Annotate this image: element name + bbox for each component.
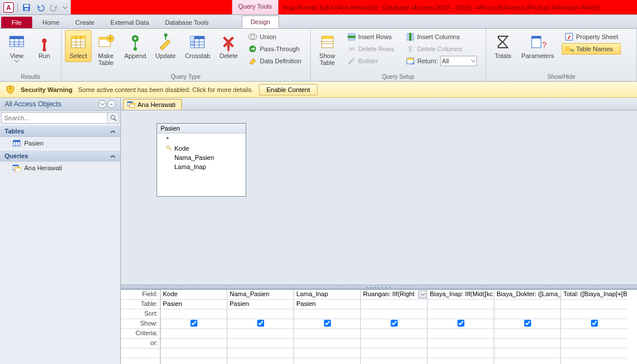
- field-kode[interactable]: Kode: [161, 144, 242, 153]
- parameters-button[interactable]: ? Parameters: [517, 30, 558, 62]
- pane-splitter[interactable]: • • • • • • •: [121, 285, 637, 289]
- grid-cell[interactable]: [227, 348, 293, 358]
- grid-cell[interactable]: Pasien: [227, 300, 293, 309]
- grid-cell[interactable]: Ruangan: IIf(Right: [361, 290, 427, 300]
- grid-cell[interactable]: [561, 319, 627, 329]
- grid-cell[interactable]: [361, 348, 427, 358]
- show-checkbox[interactable]: [324, 320, 331, 327]
- grid-cell[interactable]: [428, 348, 494, 358]
- grid-cell[interactable]: Biaya_Inap: IIf(Mid([kc: [428, 290, 494, 300]
- grid-cell[interactable]: [361, 309, 427, 319]
- grid-cell[interactable]: [494, 329, 560, 339]
- pass-through-button[interactable]: Pass-Through: [245, 43, 304, 55]
- grid-cell[interactable]: [227, 339, 293, 348]
- grid-cell[interactable]: [561, 300, 627, 309]
- document-tab-ana-herawati[interactable]: Ana Herawati: [123, 99, 182, 110]
- grid-cell[interactable]: [161, 319, 227, 329]
- show-checkbox[interactable]: [591, 320, 598, 327]
- show-checkbox[interactable]: [257, 320, 264, 327]
- tab-design[interactable]: Design: [242, 16, 279, 28]
- grid-cell[interactable]: [227, 309, 293, 319]
- grid-cell[interactable]: [561, 329, 627, 339]
- grid-cell[interactable]: [361, 329, 427, 339]
- search-input[interactable]: [1, 112, 108, 124]
- grid-cell[interactable]: [161, 329, 227, 339]
- grid-cell[interactable]: Total: ([Biaya_Inap]+[B: [561, 290, 627, 300]
- data-definition-button[interactable]: Data Definition: [245, 55, 304, 67]
- grid-cell[interactable]: [361, 319, 427, 329]
- grid-cell[interactable]: Biaya_Dokter: ([Lama_: [494, 290, 560, 300]
- nav-filter-button[interactable]: [98, 100, 106, 108]
- grid-cell[interactable]: [227, 329, 293, 339]
- grid-cell[interactable]: [494, 300, 560, 309]
- redo-button[interactable]: [48, 2, 60, 13]
- grid-cell[interactable]: [428, 339, 494, 348]
- grid-cell[interactable]: [361, 300, 427, 309]
- grid-cell[interactable]: Pasien: [161, 300, 227, 309]
- nav-pane-header[interactable]: All Access Objects «: [0, 98, 120, 111]
- field-nama-pasien[interactable]: Nama_Pasien: [161, 153, 242, 162]
- nav-item-table-pasien[interactable]: Pasien: [0, 137, 120, 150]
- tab-home[interactable]: Home: [35, 17, 67, 28]
- append-button[interactable]: Append: [120, 30, 150, 62]
- grid-cell[interactable]: [294, 309, 360, 319]
- show-checkbox[interactable]: [457, 320, 464, 327]
- table-names-button[interactable]: xyz Table Names: [562, 43, 621, 55]
- table-field-list-pasien[interactable]: Pasien * Kode Nama_Pasien Lama_Inap: [157, 123, 246, 197]
- grid-cell[interactable]: [227, 319, 293, 329]
- qat-customize-button[interactable]: [62, 2, 68, 13]
- nav-group-tables[interactable]: Tables ︽: [0, 125, 120, 137]
- grid-cell[interactable]: [494, 348, 560, 358]
- app-menu-button[interactable]: A: [2, 2, 15, 13]
- undo-button[interactable]: [34, 2, 47, 13]
- grid-cell[interactable]: Pasien: [294, 300, 360, 309]
- insert-rows-button[interactable]: Insert Rows: [344, 31, 397, 43]
- grid-cell[interactable]: [294, 319, 360, 329]
- return-control[interactable]: Return: All: [403, 55, 480, 67]
- grid-cell[interactable]: [428, 309, 494, 319]
- grid-cell[interactable]: Kode: [161, 290, 227, 300]
- grid-cell[interactable]: [294, 339, 360, 348]
- return-combo[interactable]: All: [440, 56, 477, 66]
- query-design-canvas[interactable]: Pasien * Kode Nama_Pasien Lama_Inap: [121, 110, 637, 285]
- enable-content-button[interactable]: Enable Content: [259, 84, 318, 95]
- field-lama-inap[interactable]: Lama_Inap: [161, 162, 242, 171]
- run-button[interactable]: Run: [31, 30, 58, 62]
- grid-cell[interactable]: [494, 319, 560, 329]
- grid-cell[interactable]: Nama_Pasien: [227, 290, 293, 300]
- save-button[interactable]: [20, 2, 33, 13]
- insert-columns-button[interactable]: Insert Columns: [403, 31, 480, 43]
- show-table-button[interactable]: Show Table: [314, 30, 341, 69]
- grid-cell[interactable]: [561, 309, 627, 319]
- nav-group-queries[interactable]: Queries ︽: [0, 150, 120, 162]
- tab-create[interactable]: Create: [67, 17, 102, 28]
- union-button[interactable]: Union: [245, 31, 304, 43]
- grid-cell[interactable]: Lama_Inap: [294, 290, 360, 300]
- tab-file[interactable]: File: [1, 17, 32, 28]
- show-checkbox[interactable]: [524, 320, 531, 327]
- nav-collapse-button[interactable]: «: [108, 100, 116, 108]
- grid-cell[interactable]: [428, 300, 494, 309]
- grid-cell[interactable]: [161, 339, 227, 348]
- dropdown-button[interactable]: [418, 290, 426, 298]
- grid-cell[interactable]: [161, 309, 227, 319]
- grid-cell[interactable]: [494, 339, 560, 348]
- property-sheet-button[interactable]: Property Sheet: [562, 31, 621, 43]
- field-all[interactable]: *: [161, 135, 242, 144]
- totals-button[interactable]: Totals: [490, 30, 516, 62]
- grid-cell[interactable]: [561, 348, 627, 358]
- show-checkbox[interactable]: [190, 320, 197, 327]
- view-button[interactable]: View: [3, 30, 30, 66]
- crosstab-button[interactable]: Crosstab: [181, 30, 214, 62]
- grid-cell[interactable]: [294, 329, 360, 339]
- nav-item-query-ana-herawati[interactable]: Ana Herawati: [0, 162, 120, 174]
- grid-cell[interactable]: [294, 348, 360, 358]
- tab-external-data[interactable]: External Data: [102, 17, 157, 28]
- grid-cell[interactable]: [494, 309, 560, 319]
- delete-query-button[interactable]: Delete: [215, 30, 242, 62]
- update-button[interactable]: Update: [151, 30, 180, 62]
- make-table-button[interactable]: ✶ Make Table: [93, 30, 119, 69]
- grid-cell[interactable]: [561, 339, 627, 348]
- select-query-button[interactable]: Select: [65, 30, 91, 62]
- grid-cell[interactable]: [361, 339, 427, 348]
